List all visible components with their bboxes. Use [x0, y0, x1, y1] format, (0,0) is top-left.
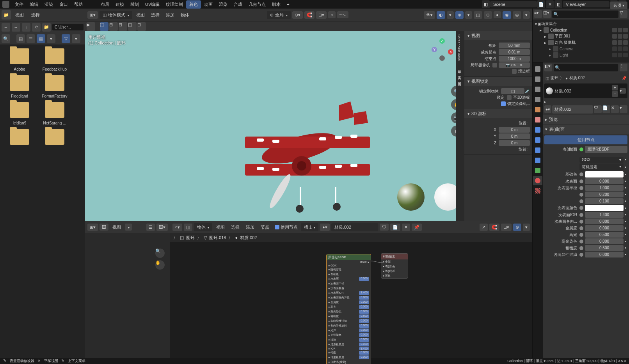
node-menu-view[interactable]: 视图 — [214, 223, 227, 231]
folder-item[interactable] — [39, 129, 70, 148]
mat-unlink-icon[interactable]: ✕ — [402, 224, 410, 231]
pivot-icon[interactable]: ⊙▾ — [292, 11, 303, 19]
node-editor-type2-icon[interactable]: ○▾ — [172, 224, 182, 231]
nav-newfolder-icon[interactable]: 📁 — [42, 23, 51, 32]
node-param-row[interactable]: ● GGX — [327, 264, 371, 267]
prop-tab-modifier[interactable] — [533, 125, 542, 135]
outliner-display-icon[interactable]: ◫▾ — [543, 10, 551, 18]
pin-icon[interactable]: 📌 — [622, 76, 626, 80]
workspace-sculpt[interactable]: 雕刻 — [127, 0, 142, 9]
nav-refresh-icon[interactable]: ⟳ — [32, 23, 41, 32]
nav-gizmo[interactable]: Z X Y — [431, 38, 454, 62]
node-canvas[interactable]: 原理化BSDF BSDF ● ● GGX● 随机游走● 基础色● 次表面0.00… — [170, 242, 532, 358]
prop-tab-world[interactable] — [533, 105, 542, 114]
clipstart-field[interactable]: 0.01 m — [499, 49, 530, 55]
node-param-row[interactable]: ● 传递粗糙度0.000 — [327, 355, 371, 360]
restrict-visible-icon[interactable] — [618, 34, 622, 39]
node-param-row[interactable]: ● 全部 — [381, 259, 408, 264]
node-img-dd-icon[interactable]: 🖼▾ — [156, 224, 168, 231]
restrict-visible-icon[interactable] — [618, 46, 622, 51]
restrict-render-icon[interactable] — [623, 28, 628, 32]
workspace-modeling[interactable]: 建模 — [112, 0, 127, 9]
number-field[interactable]: 0.000 — [585, 238, 624, 244]
socket-icon[interactable] — [579, 172, 583, 176]
scene-icon[interactable]: ◧ — [482, 0, 490, 8]
node-param-row[interactable]: ● 自发光(发射) — [327, 360, 371, 364]
node-param-row[interactable]: ● 次表面颜色 — [327, 286, 371, 291]
node-param-row[interactable]: ● 基础色 — [327, 272, 371, 277]
folder-item[interactable]: FormatFactory — [39, 75, 70, 98]
prop-anim-icon[interactable]: • — [624, 206, 627, 210]
number-field[interactable]: 0.000 — [585, 218, 624, 224]
color-field[interactable] — [585, 171, 624, 178]
prop-anim-icon[interactable]: • — [624, 246, 627, 250]
scene-del-icon[interactable]: ✕ — [546, 0, 554, 8]
mat-shield-icon[interactable]: 🛡 — [380, 224, 389, 231]
restrict-visible-icon[interactable] — [618, 40, 622, 45]
material-slot[interactable]: 材质.002 + − ▾ — [544, 83, 627, 98]
display-list-icon[interactable]: ▤ — [16, 34, 25, 43]
prop-anim-icon[interactable]: • — [624, 252, 627, 257]
preview-section-header[interactable]: ▸ 预览 — [543, 115, 629, 124]
socket-icon[interactable] — [579, 199, 583, 203]
orientation-dropdown[interactable]: ⊕全局 — [267, 11, 291, 19]
color-field[interactable] — [585, 205, 624, 211]
bc-mat[interactable]: 材质.002 — [240, 235, 257, 241]
node-param-row[interactable]: ● 随机游走 — [327, 267, 371, 272]
renderborder-checkbox[interactable] — [512, 69, 517, 74]
menu-file[interactable]: 文件 — [12, 0, 27, 9]
select-extend-icon[interactable]: ⊞ — [109, 22, 118, 31]
material-name-field[interactable]: 材质.002 — [552, 105, 593, 114]
axis-y-icon[interactable]: Y — [432, 47, 437, 52]
mat-add-button[interactable]: + — [612, 85, 618, 91]
mat-newcopy-icon[interactable]: 📄 — [602, 105, 610, 113]
workspace-script[interactable]: 脚本 — [269, 0, 284, 9]
outliner-search[interactable]: 🔍 — [552, 11, 618, 18]
prop-anim-icon[interactable]: • — [624, 158, 627, 162]
prop-anim-icon[interactable]: • — [624, 226, 627, 230]
locktoobj-field[interactable]: ◫ — [501, 88, 524, 94]
shading-dd-icon[interactable]: ▾ — [523, 11, 530, 19]
menu-edit[interactable]: 编辑 — [27, 0, 41, 9]
number-field[interactable]: 0.500 — [585, 245, 624, 251]
restrict-visible-icon[interactable] — [618, 28, 622, 32]
use-nodes-checkbox[interactable]: 使用节点 — [273, 224, 299, 230]
workspace-texpaint[interactable]: 纹理绘制 — [163, 0, 186, 9]
folder-item[interactable]: Adobe — [4, 48, 35, 71]
snap-icon[interactable]: 🧲 — [304, 11, 314, 19]
lockcam-checkbox[interactable] — [501, 101, 506, 106]
prop-anim-icon[interactable]: • — [624, 213, 627, 217]
tool-cursor-icon[interactable]: ▶ — [87, 22, 95, 31]
socket-icon[interactable] — [579, 246, 583, 250]
prop-tab-output[interactable] — [533, 75, 542, 84]
visibility-icon[interactable]: 👁▾ — [424, 11, 435, 19]
restrict-select-icon[interactable] — [612, 53, 617, 57]
focal-field[interactable]: 50 mm — [499, 43, 530, 48]
number-field[interactable]: 0.000 — [585, 252, 624, 257]
prop-tab-physics[interactable] — [533, 146, 542, 155]
prop-anim-icon[interactable]: • — [624, 199, 627, 203]
prop-anim-icon[interactable]: • — [624, 165, 627, 169]
number-field[interactable]: 1.400 — [585, 212, 624, 218]
node-hamburger-icon[interactable]: ☰ — [146, 224, 155, 231]
scene-new-icon[interactable]: 📄 — [537, 0, 545, 8]
node-param-row[interactable]: ● 次表面IOR1.400 — [327, 291, 371, 295]
use-nodes-button[interactable]: 使用节点 — [544, 135, 627, 144]
proportional-dd-icon[interactable]: 〰▾ — [337, 11, 348, 18]
outliner-item[interactable]: ▸平面.001 — [534, 33, 628, 39]
mode-dropdown[interactable]: ◫物体模式 — [100, 11, 132, 19]
node-snap-dd-icon[interactable]: ⊡▾ — [501, 224, 512, 231]
viewlayer-field[interactable]: ViewLayer — [563, 1, 609, 7]
socket-icon[interactable] — [579, 253, 583, 257]
shading-material-icon[interactable]: ◉ — [503, 11, 511, 19]
socket-icon[interactable] — [579, 179, 583, 183]
mat-remove-button[interactable]: − — [612, 91, 618, 97]
node-param-row[interactable]: ● 置换 — [381, 273, 408, 278]
filter-settings-icon[interactable]: ▾ — [72, 34, 80, 43]
scene-field[interactable]: Scene — [490, 1, 537, 7]
folder-item[interactable]: leidian9 — [4, 102, 35, 125]
restrict-select-icon[interactable] — [612, 28, 617, 32]
axis-z-icon[interactable]: Z — [439, 38, 445, 44]
folder-item[interactable]: NetSarang ... — [39, 102, 70, 125]
node-param-row[interactable]: ● 次表面各向异性0.000 — [327, 295, 371, 300]
